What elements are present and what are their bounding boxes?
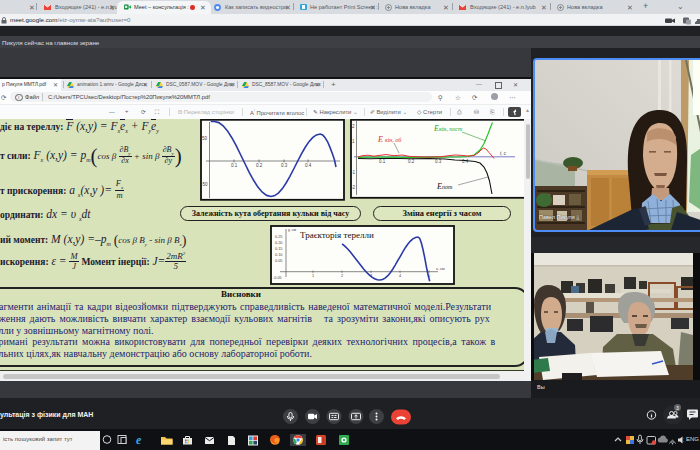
svg-text:2: 2 (341, 274, 343, 278)
svg-text:t, c: t, c (500, 151, 507, 156)
svg-text:х, см: х, см (436, 267, 445, 271)
svg-text:0.20: 0.20 (275, 241, 282, 245)
svg-text:0.2: 0.2 (256, 163, 263, 168)
svg-text:4: 4 (399, 274, 401, 278)
svg-text:0.4: 0.4 (462, 159, 469, 164)
svg-text:-50: -50 (201, 182, 208, 187)
svg-text:у, см: у, см (288, 228, 297, 232)
svg-text:-1: -1 (351, 170, 355, 175)
svg-text:Траєкторія терелли: Траєкторія терелли (300, 230, 374, 240)
svg-text:0.15: 0.15 (275, 247, 282, 251)
svg-text:3: 3 (676, 405, 679, 411)
svg-text:0.25: 0.25 (275, 235, 282, 239)
svg-text:-2: -2 (351, 185, 355, 190)
svg-text:50: 50 (202, 136, 208, 141)
svg-text:0.05: 0.05 (275, 259, 282, 263)
svg-text:0.1: 0.1 (231, 163, 238, 168)
svg-text:0.2: 0.2 (408, 159, 415, 164)
svg-text:Е кін, об: Е кін, об (377, 135, 402, 144)
svg-text:1: 1 (312, 274, 314, 278)
svg-text:0.10: 0.10 (275, 253, 282, 257)
svg-text:0.3: 0.3 (435, 159, 442, 164)
svg-text:e: e (136, 434, 142, 446)
svg-text:0.4: 0.4 (305, 163, 312, 168)
svg-text:0.3: 0.3 (281, 163, 288, 168)
svg-text:-0.05: -0.05 (273, 276, 282, 280)
svg-text:0.1: 0.1 (379, 159, 386, 164)
svg-text:Епот: Епот (436, 182, 453, 191)
svg-text:Екін, пост: Екін, пост (433, 124, 463, 133)
